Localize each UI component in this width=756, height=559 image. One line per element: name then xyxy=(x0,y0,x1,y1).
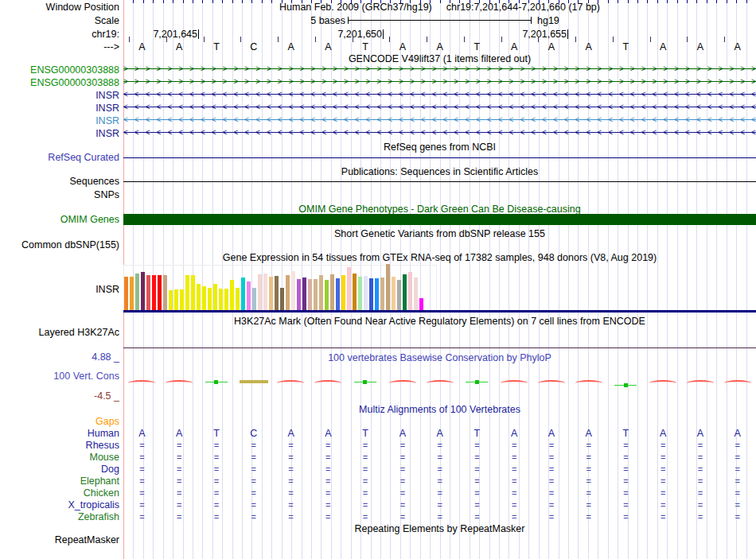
gtex-tissue-bar[interactable] xyxy=(202,286,206,310)
multiz-align-mark: = xyxy=(570,476,607,486)
gtex-tissue-bar[interactable] xyxy=(163,275,167,310)
gtex-tissue-bar[interactable] xyxy=(369,278,373,310)
scale-value: 5 bases xyxy=(247,15,345,26)
refseq-curated-label: RefSeq Curated xyxy=(0,152,119,163)
gene-strand-row[interactable]: <<<<<<<<<<<<<<<<<<<<<<<<<<<<<<<<<<<<<<<<… xyxy=(123,115,756,126)
scale-genome: hg19 xyxy=(537,15,559,26)
gtex-tissue-bar[interactable] xyxy=(336,278,340,310)
sequence-base: A xyxy=(719,41,756,52)
multiz-align-mark: = xyxy=(719,441,756,450)
gtex-tissue-bar[interactable] xyxy=(358,277,362,310)
window-position-label: Window Position xyxy=(0,2,119,13)
multiz-align-mark: = xyxy=(681,464,719,474)
gtex-tissue-bar[interactable] xyxy=(152,275,156,310)
gtex-tissue-bar[interactable] xyxy=(174,289,178,310)
multiz-human-base: A xyxy=(496,428,533,439)
gene-strand-row[interactable]: >>>>>>>>>>>>>>>>>>>>>>>>>>>>>>>>>>>>>>>>… xyxy=(123,76,756,87)
gtex-tissue-bar[interactable] xyxy=(392,277,396,310)
gtex-tissue-bar[interactable] xyxy=(275,276,279,310)
gene-strand-row[interactable]: >>>>>>>>>>>>>>>>>>>>>>>>>>>>>>>>>>>>>>>>… xyxy=(123,64,756,75)
multiz-species-label: Elephant xyxy=(0,476,119,487)
gtex-tissue-bar[interactable] xyxy=(258,274,262,310)
multiz-align-mark: = xyxy=(532,441,570,450)
sequence-base: A xyxy=(123,41,161,52)
gtex-tissue-bar[interactable] xyxy=(347,267,351,310)
gtex-tissue-bar[interactable] xyxy=(353,274,357,310)
gtex-tissue-bar[interactable] xyxy=(286,275,290,310)
gtex-tissue-bar[interactable] xyxy=(130,277,134,310)
gtex-tissue-bar[interactable] xyxy=(247,281,251,310)
multiz-align-mark: = xyxy=(570,512,607,522)
gtex-tissue-bar[interactable] xyxy=(319,275,323,310)
gtex-tissue-bar[interactable] xyxy=(241,278,245,310)
omim-genes-bar[interactable] xyxy=(123,214,756,225)
gtex-tissue-bar[interactable] xyxy=(230,280,234,310)
gtex-tissue-bar[interactable] xyxy=(269,277,273,310)
coordinate-tickmark-3 xyxy=(567,29,568,39)
gtex-tissue-bar[interactable] xyxy=(208,288,212,310)
multiz-align-mark: = xyxy=(570,500,607,510)
gene-strand-row[interactable]: <<<<<<<<<<<<<<<<<<<<<<<<<<<<<<<<<<<<<<<<… xyxy=(123,102,756,113)
multiz-align-mark: = xyxy=(570,488,607,498)
gtex-tissue-bar[interactable] xyxy=(213,284,217,310)
gtex-tissue-bar[interactable] xyxy=(397,280,401,310)
multiz-align-mark: = xyxy=(310,441,347,450)
gene-strand-row[interactable]: <<<<<<<<<<<<<<<<<<<<<<<<<<<<<<<<<<<<<<<<… xyxy=(123,89,756,100)
multiz-human-label: Human xyxy=(0,428,119,439)
gtex-tissue-bar[interactable] xyxy=(419,298,423,310)
gtex-tissue-bar[interactable] xyxy=(408,272,412,310)
gtex-tissue-bar[interactable] xyxy=(386,264,390,310)
gtex-tissue-bar[interactable] xyxy=(141,272,145,310)
multiz-align-mark: = xyxy=(347,452,384,462)
h3k27ac-track-title: H3K27Ac Mark (Often Found Near Active Re… xyxy=(123,316,756,327)
multiz-align-mark: = xyxy=(310,452,347,462)
gtex-tissue-bar[interactable] xyxy=(375,278,379,310)
gtex-tissue-bar[interactable] xyxy=(236,288,240,310)
gtex-tissue-bar[interactable] xyxy=(291,271,295,310)
multiz-align-mark: = xyxy=(384,464,421,474)
gtex-tissue-bar[interactable] xyxy=(297,279,301,310)
multiz-align-mark: = xyxy=(123,452,161,462)
gtex-tissue-bar[interactable] xyxy=(302,278,306,310)
sequence-base: A xyxy=(384,41,421,52)
gtex-tissue-bar[interactable] xyxy=(330,274,334,310)
multiz-align-mark: = xyxy=(607,512,645,522)
sequences-line[interactable] xyxy=(123,181,756,182)
gtex-tissue-bar[interactable] xyxy=(124,277,128,310)
gtex-tissue-bar[interactable] xyxy=(380,278,384,310)
gtex-tissue-bar[interactable] xyxy=(180,289,184,310)
gtex-tissue-bar[interactable] xyxy=(325,280,329,310)
gtex-tissue-bar[interactable] xyxy=(308,279,312,310)
gtex-tissue-bar[interactable] xyxy=(224,289,228,310)
multiz-human-base: C xyxy=(235,428,272,439)
gtex-tissue-bar[interactable] xyxy=(414,278,418,310)
gtex-tissue-bar[interactable] xyxy=(364,276,368,310)
gtex-tissue-bar[interactable] xyxy=(219,289,223,310)
multiz-align-mark: = xyxy=(272,500,310,510)
gtex-tissue-bar[interactable] xyxy=(252,288,256,310)
gtex-tissue-bar[interactable] xyxy=(146,275,150,310)
gtex-tissue-bar[interactable] xyxy=(191,275,195,310)
gtex-tissue-bar[interactable] xyxy=(185,275,189,310)
gtex-tissue-bar[interactable] xyxy=(341,275,345,310)
gene-strand-row[interactable]: <<<<<<<<<<<<<<<<<<<<<<<<<<<<<<<<<<<<<<<<… xyxy=(123,127,756,138)
gtex-tissue-bar[interactable] xyxy=(263,274,267,310)
sequence-base: A xyxy=(681,41,719,52)
assembly-header: Human Feb. 2009 (GRCh37/hg19)chr19:7,201… xyxy=(123,2,756,13)
strand-arrows: >>>>>>>>>>>>>>>>>>>>>>>>>>>>>>>>>>>>>>>>… xyxy=(123,64,756,75)
gtex-tissue-bar[interactable] xyxy=(314,279,318,310)
h3k27ac-baseline[interactable] xyxy=(123,347,756,348)
gtex-tissue-bar[interactable] xyxy=(197,284,201,310)
gtex-tissue-bar[interactable] xyxy=(158,275,162,310)
assembly-title: Human Feb. 2009 (GRCh37/hg19) xyxy=(279,2,432,13)
multiz-align-mark: = xyxy=(607,452,645,462)
gtex-tissue-bar[interactable] xyxy=(135,274,139,310)
multiz-human-base: A xyxy=(384,428,421,439)
multiz-align-mark: = xyxy=(384,512,421,522)
gtex-tissue-bar[interactable] xyxy=(169,290,173,310)
refseq-curated-line[interactable] xyxy=(123,157,756,158)
multiz-align-mark: = xyxy=(198,500,236,510)
gtex-tissue-bar[interactable] xyxy=(280,288,284,310)
gtex-tissue-bar[interactable] xyxy=(403,274,407,310)
sequence-base: C xyxy=(235,41,272,52)
